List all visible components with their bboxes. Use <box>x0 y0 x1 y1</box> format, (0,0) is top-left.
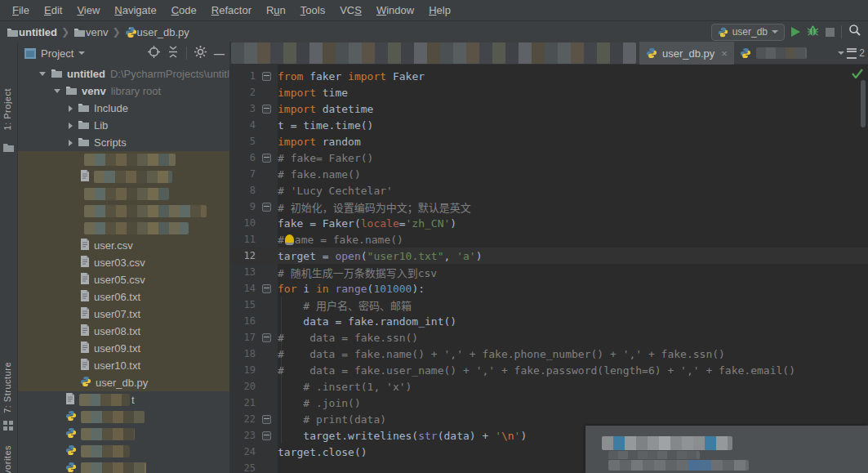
tree-item-redacted[interactable] <box>18 408 229 426</box>
breadcrumb-item[interactable]: venv <box>86 26 108 38</box>
code-line-8[interactable]: 8# 'Lucy Cechtelar' <box>231 182 868 199</box>
collapse-arrow-icon[interactable] <box>39 72 46 76</box>
fold-icon[interactable] <box>262 72 271 81</box>
tree-item-redacted[interactable] <box>18 203 229 220</box>
tree-item-redacted[interactable] <box>18 185 229 203</box>
menu-file[interactable]: File <box>5 0 37 20</box>
tree-item-redacted[interactable] <box>18 168 229 185</box>
python-icon <box>65 462 77 473</box>
fold-icon[interactable] <box>262 415 271 424</box>
fold-icon[interactable] <box>262 105 271 114</box>
code-line-9[interactable]: 9# 初始化，设置编码为中文；默认是英文 <box>231 199 868 215</box>
code-line-14[interactable]: 14for i in range(101000): <box>231 280 868 297</box>
code-line-16[interactable]: 16 data = fake.random_int() <box>231 313 868 329</box>
menu-refactor[interactable]: Refactor <box>204 0 259 20</box>
tree-item-venv[interactable]: venvlibrary root <box>18 83 229 100</box>
menu-view[interactable]: View <box>69 0 107 20</box>
expand-arrow-icon[interactable] <box>69 123 73 129</box>
code-line-5[interactable]: 5import random <box>231 133 868 149</box>
tree-item-scripts[interactable]: Scripts <box>18 134 229 151</box>
code-line-11[interactable]: 11#ame = fake.name() <box>231 231 868 248</box>
project-tool-icon[interactable] <box>3 141 14 156</box>
hidden-tabs-control[interactable]: 2 <box>838 42 865 65</box>
tree-item-untitled[interactable]: untitledD:\PycharmProjects\untitled <box>18 65 229 83</box>
menu-navigate[interactable]: Navigate <box>107 0 163 20</box>
tree-item-user09-txt[interactable]: user09.txt <box>18 340 229 357</box>
line-number: 4 <box>231 119 256 131</box>
code-line-17[interactable]: 17# data = fake.ssn() <box>231 329 868 346</box>
tree-item-user05-csv[interactable]: user05.csv <box>18 271 229 288</box>
tree-item-redacted[interactable] <box>18 460 229 473</box>
code-line-20[interactable]: 20 # .insert(1, 'x') <box>231 378 868 395</box>
tab-user-db[interactable]: user_db.py × <box>639 42 734 65</box>
tree-item-user-csv[interactable]: user.csv <box>18 237 229 254</box>
code-line-13[interactable]: 13# 随机生成一万条数据写入到csv <box>231 264 868 280</box>
code-line-2[interactable]: 2import time <box>231 84 868 100</box>
fold-icon[interactable] <box>262 154 271 163</box>
code-line-18[interactable]: 18# data = fake.name() + ',' + fake.phon… <box>231 346 868 362</box>
code-line-19[interactable]: 19# data = fake.user_name() + ',' + fake… <box>231 362 868 378</box>
stop-button[interactable] <box>826 28 835 37</box>
tree-item-user-db-py[interactable]: user_db.py <box>18 374 229 391</box>
tree-item-redacted[interactable] <box>18 220 229 237</box>
run-configuration-select[interactable]: user_db <box>711 24 785 41</box>
code-line-6[interactable]: 6# fake= Faker() <box>231 149 868 166</box>
fold-icon[interactable] <box>262 203 271 212</box>
tree-item-user08-txt[interactable]: user08.txt <box>18 323 229 340</box>
tool-button-project[interactable]: 1: Project <box>2 88 12 130</box>
redacted-tab[interactable] <box>733 42 813 65</box>
debug-button[interactable] <box>807 25 819 40</box>
run-button[interactable] <box>791 27 800 37</box>
tree-item-redacted[interactable] <box>18 443 229 460</box>
expand-arrow-icon[interactable] <box>69 105 73 112</box>
collapse-all-icon[interactable] <box>167 46 179 60</box>
code-line-3[interactable]: 3import datetime <box>231 100 868 117</box>
tree-item-redacted[interactable] <box>18 426 229 443</box>
tree-item-user07-txt[interactable]: user07.txt <box>18 306 229 323</box>
hide-panel-icon[interactable]: — <box>214 47 225 60</box>
fold-icon[interactable] <box>262 431 271 440</box>
tree-item-user03-csv[interactable]: user03.csv <box>18 254 229 271</box>
editor-area[interactable]: user_db.py × 2 1from faker import Faker2… <box>231 42 868 473</box>
intention-bulb-icon[interactable] <box>285 234 294 245</box>
code-line-15[interactable]: 15 # 用户名、密码、邮箱 <box>231 297 868 313</box>
settings-gear-icon[interactable] <box>194 46 207 60</box>
menu-run[interactable]: Run <box>259 0 293 20</box>
code-line-1[interactable]: 1from faker import Faker <box>231 68 868 84</box>
tree-item-user06-txt[interactable]: user06.txt <box>18 288 229 306</box>
redacted-tabs[interactable] <box>231 42 636 64</box>
menu-vcs[interactable]: VCS <box>332 0 369 20</box>
code-area[interactable]: 1from faker import Faker2import time3imp… <box>231 65 868 473</box>
tab-close-icon[interactable]: × <box>721 47 728 60</box>
tree-item-lib[interactable]: Lib <box>18 117 229 134</box>
collapse-arrow-icon[interactable] <box>54 89 60 93</box>
chevron-down-icon[interactable] <box>78 51 85 55</box>
code-line-22[interactable]: 22 # print(data) <box>231 411 868 427</box>
menu-help[interactable]: Help <box>421 0 458 20</box>
menu-edit[interactable]: Edit <box>37 0 69 20</box>
panel-title[interactable]: Project <box>41 47 73 60</box>
tool-button-structure[interactable]: 7: Structure <box>2 362 12 413</box>
menu-window[interactable]: Window <box>369 0 421 20</box>
tree-item-redacted[interactable] <box>18 151 229 168</box>
expand-arrow-icon[interactable] <box>69 140 73 146</box>
fold-icon[interactable] <box>262 333 271 342</box>
code-line-4[interactable]: 4t = time.time() <box>231 117 868 133</box>
tree-item-redacted[interactable]: t <box>18 391 229 408</box>
menu-code[interactable]: Code <box>164 0 204 20</box>
menu-tools[interactable]: Tools <box>293 0 332 20</box>
breadcrumb-item[interactable]: untitled <box>19 26 57 38</box>
search-everywhere-icon[interactable] <box>848 24 861 40</box>
tool-button-favorites[interactable]: 2: Favorites <box>2 445 12 473</box>
editor-scrollbar[interactable] <box>861 80 866 127</box>
tree-item-user10-txt[interactable]: user10.txt <box>18 357 229 374</box>
locate-file-icon[interactable] <box>148 46 160 60</box>
structure-tool-icon[interactable] <box>3 419 13 434</box>
code-line-10[interactable]: 10fake = Faker(locale='zh_CN') <box>231 215 868 231</box>
code-line-21[interactable]: 21 # .join() <box>231 395 868 411</box>
fold-icon[interactable] <box>262 284 271 293</box>
tree-item-include[interactable]: Include <box>18 100 229 117</box>
code-line-12[interactable]: 12target = open("user10.txt", 'a') <box>231 248 868 264</box>
breadcrumb-item[interactable]: user_db.py <box>137 26 189 38</box>
code-line-7[interactable]: 7# fake.name() <box>231 166 868 182</box>
